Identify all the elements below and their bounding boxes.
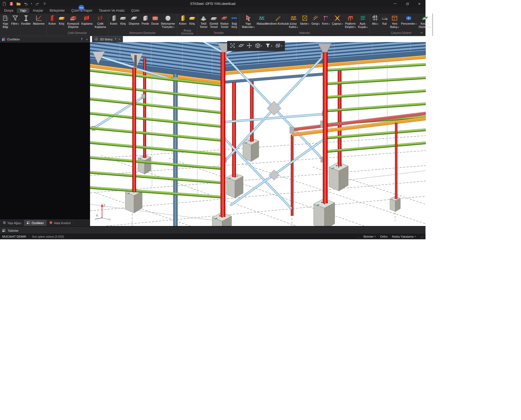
ribbon-button-label: Çelik Kaplama [95, 22, 106, 29]
nav-projection-button[interactable]: ▾ [274, 42, 283, 50]
tie-beam-icon [231, 15, 238, 22]
units-dropdown[interactable]: Birimler▾ [363, 235, 376, 238]
model-3d-view[interactable]: ZX [90, 42, 426, 226]
ribbon-button-kesitler[interactable]: Kesitler [20, 14, 32, 26]
ribbon-button-kesim-duzlemi[interactable]: Kesim Düzlemi▾ [418, 14, 432, 29]
tree-icon [2, 221, 6, 225]
close-tab-icon[interactable]: × [119, 37, 120, 41]
ribbon-button-tekil-temel[interactable]: Tekil Temel [199, 14, 208, 29]
menu-tab-yapi[interactable]: Yapı [17, 8, 29, 13]
nav-orbit-button[interactable] [237, 42, 245, 50]
viewport-tab-3d[interactable]: 3D Bakış × [92, 36, 123, 42]
tables-bar[interactable]: Tablolar [0, 227, 425, 234]
ribbon-button-uzay-kafes[interactable]: Uzay Kafes▾ [288, 14, 299, 29]
menu-tab-araclar[interactable]: Araçlar [30, 8, 46, 13]
menu-tab-birlesimler[interactable]: Birleşimler [47, 8, 68, 13]
ribbon-button-duvar[interactable]: Duvar [150, 14, 160, 26]
undo-icon[interactable] [23, 1, 28, 7]
redo-icon[interactable] [35, 1, 40, 7]
dropdown-caret: ▾ [367, 26, 368, 28]
open-folder-icon[interactable] [16, 1, 21, 7]
ribbon-group-label: Ahşap Elemanlar [178, 29, 197, 36]
ribbon-button-celik-kolon[interactable]: Kolon [47, 14, 57, 26]
pin-icon[interactable] [80, 37, 83, 42]
ribbon-button-ahsap-kolon[interactable]: Kolon [178, 14, 188, 26]
panel-tab-ozellikler[interactable]: Özellikler [24, 220, 46, 226]
dropdown-caret: ▾ [329, 23, 330, 25]
viewport: 3D Bakış × ▾▾▾ ZX [90, 36, 425, 226]
ribbon-group-temeller: Tekil TemelSürekli TemelRadye TemelBağ K… [198, 14, 240, 36]
ribbon-button-beton-kiris[interactable]: Kiriş [118, 14, 128, 26]
model-axis-triad: ZX [95, 204, 111, 220]
main-area: Özellikler × Yapı AğacıÖzelliklerHata Ko… [0, 36, 425, 226]
ribbon-button-merdiven-korkuluk[interactable]: Merdiven-Korkuluk▾ [268, 14, 288, 26]
ribbon-button-beton-kolon[interactable]: Kolon [109, 14, 119, 26]
menu-tab-label: Araçlar [33, 9, 43, 12]
close-button[interactable]: × [413, 0, 425, 7]
ribbon-button-filtre[interactable]: Filtre▾ [10, 14, 20, 26]
ribbon-button-malzeme[interactable]: Malzeme [32, 14, 46, 26]
ribbon-button-bag-kiris[interactable]: Bağ Kiriş [230, 14, 239, 29]
ribbon-button-platform-kirisleri[interactable]: Platform Kirişleri▾ [344, 14, 357, 29]
undo-history-caret-icon[interactable]: ▾ [30, 1, 33, 7]
close-panel-icon[interactable]: × [86, 37, 88, 42]
dropdown-caret: ▾ [342, 23, 343, 25]
ribbon-button-pencereler[interactable]: Pencereler▾ [400, 14, 418, 26]
view-cube-icon [255, 43, 260, 49]
menu-tab-cizim[interactable]: Çizim [128, 8, 142, 13]
restore-button[interactable] [401, 0, 413, 7]
tables-bar-label: Tablolar [8, 229, 18, 232]
status-last-op: Son işlem süresi (2,032) [32, 235, 64, 238]
concrete-beam-icon [119, 15, 126, 22]
ribbon-button-surekli-temel[interactable]: Sürekli Temel [208, 14, 219, 29]
ribbon-button-kompozit-doseme[interactable]: Kompozit Döşeme [66, 14, 80, 29]
ribbon-group-general: Yapı BilgiFiltre▾KesitlerMalzeme [0, 14, 47, 36]
ribbon-button-iskele[interactable]: İskele▾ [299, 14, 310, 26]
windows-icon [405, 15, 412, 22]
snap-dropdown[interactable]: Nokta Yakalama▾ [392, 235, 416, 238]
ribbon-button-label: Aşık-Kuşak▾ [358, 22, 368, 29]
panel-tab-hata-kontrol[interactable]: Hata Kontrol [47, 220, 73, 226]
menu-tab-cizim-rapor[interactable]: Çizim & RaporTest [68, 8, 95, 13]
save-icon[interactable] [9, 1, 14, 7]
steel-cladding-icon [97, 15, 104, 22]
new-file-icon[interactable] [2, 1, 7, 7]
ribbon-button-yeni-bakis[interactable]: Yeni Bakış▾ [389, 14, 400, 29]
ribbon-button-kren[interactable]: Kren▾ [321, 14, 331, 26]
minimize-button[interactable] [389, 0, 401, 7]
resize-grip[interactable] [420, 235, 424, 238]
ribbon-button-celik-kaplama[interactable]: Çelik Kaplama [94, 14, 107, 29]
menu-tab-dosya[interactable]: Dosya [1, 8, 16, 13]
nav-filter-button[interactable]: ▾ [264, 42, 273, 50]
ribbon-button-label: Platform Kirişleri▾ [345, 22, 356, 29]
ribbon-collapse-icon[interactable] [419, 31, 424, 34]
ribbon-button-kat[interactable]: Kat [380, 14, 389, 26]
ribbon-button-capraz[interactable]: Çapraz▾ [331, 14, 344, 26]
pin-icon[interactable] [114, 37, 117, 41]
ribbon-button-yapi-makrolar[interactable]: Yapı Makrolar▾ [241, 14, 256, 29]
ribbon-button-label: Malzeme [33, 22, 45, 26]
nav-pan-button[interactable] [246, 42, 253, 50]
ribbon-button-gergi[interactable]: Gergi▾ [310, 14, 321, 26]
ribbon-group-label: Çelik Elemanlar [47, 31, 107, 36]
ortho-toggle[interactable]: Ortho [380, 235, 388, 238]
customize-toolbar-icon[interactable] [42, 1, 47, 7]
ribbon-button-aks[interactable]: Aks▾ [371, 14, 380, 26]
steel-beam-icon [58, 15, 65, 22]
ribbon-button-betonarme-yuzeyler[interactable]: Betonarme Yüzeyler▾ [160, 14, 176, 29]
ribbon-button-yapi-bilgi[interactable]: Yapı Bilgi [1, 14, 10, 29]
dropdown-caret: ▾ [415, 23, 417, 25]
ribbon-button-perde[interactable]: Perde [140, 14, 150, 26]
dropdown-caret: ▾ [355, 26, 356, 28]
raft-footing-icon [221, 15, 228, 22]
panel-tab-yapi-agaci[interactable]: Yapı Ağacı [0, 220, 24, 226]
ribbon-button-ahsap-kiris[interactable]: Kiriş [188, 14, 197, 26]
ribbon-button-doseme[interactable]: Döşeme [128, 14, 140, 26]
ribbon-button-celik-kiris[interactable]: Kiriş [57, 14, 66, 26]
menu-tab-tasarim-ve-analiz[interactable]: Tasarım Ve Analiz [96, 8, 128, 13]
nav-fit-view-button[interactable] [229, 42, 236, 50]
ribbon-button-kaplama[interactable]: Kaplama [80, 14, 94, 26]
nav-view-cube-button[interactable]: ▾ [254, 42, 263, 50]
ribbon-button-asik-kusak[interactable]: Aşık-Kuşak▾ [357, 14, 369, 29]
ribbon-button-radye-temel[interactable]: Radye Temel [219, 14, 230, 29]
